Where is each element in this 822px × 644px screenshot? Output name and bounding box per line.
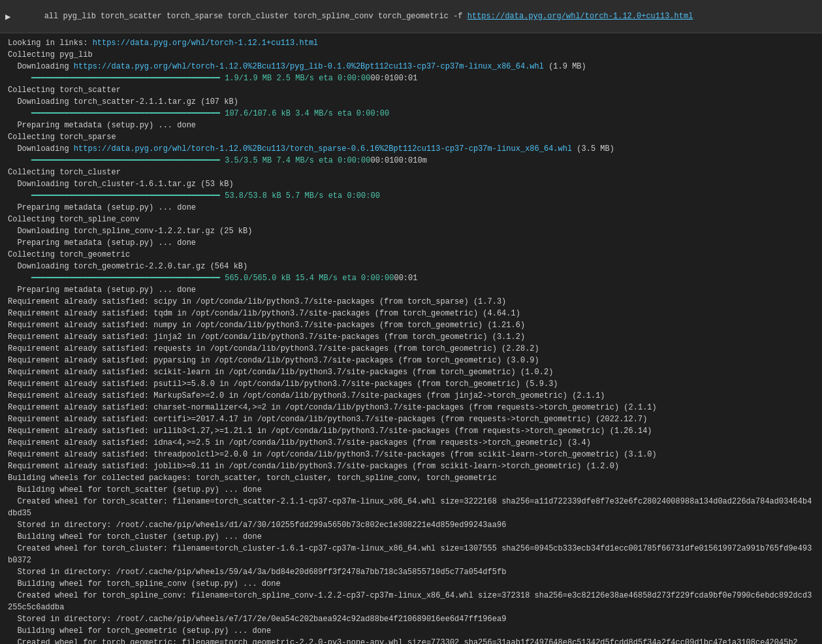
- req-sklearn: Requirement already satisfied: scikit-le…: [8, 366, 814, 378]
- line-collecting-cluster: Collecting torch_cluster: [8, 167, 814, 178]
- progress-cluster: ━━━━━━━━━━━━━━━━━━━━━━━━━━━━━━━━━━━━━━━━…: [8, 190, 814, 202]
- line-building-spline: Building wheel for torch_spline_conv (se…: [8, 578, 814, 590]
- line-collecting-pyg: Collecting pyg_lib: [8, 49, 814, 61]
- line-created-scatter: Created wheel for torch_scatter: filenam…: [8, 496, 814, 519]
- line-looking: Looking in links: https://data.pyg.org/w…: [8, 37, 814, 49]
- line-downloading-geometric: Downloading torch_geometric-2.2.0.tar.gz…: [8, 261, 814, 272]
- cmd-link[interactable]: https://data.pyg.org/whl/torch-1.12.0+cu…: [467, 12, 693, 21]
- line-collecting-sparse: Collecting torch_sparse: [8, 131, 814, 143]
- line-created-cluster: Created wheel for torch_cluster: filenam…: [8, 543, 814, 566]
- line-downloading-cluster: Downloading torch_cluster-1.6.1.tar.gz (…: [8, 178, 814, 190]
- line-stored-spline: Stored in directory: /root/.cache/pip/wh…: [8, 613, 814, 625]
- req-markupsafe: Requirement already satisfied: MarkupSaf…: [8, 390, 814, 402]
- line-created-spline: Created wheel for torch_spline_conv: fil…: [8, 590, 814, 613]
- output-area: Looking in links: https://data.pyg.org/w…: [0, 33, 822, 644]
- req-charset: Requirement already satisfied: charset-n…: [8, 402, 814, 413]
- link-looking[interactable]: https://data.pyg.org/whl/torch-1.12.1+cu…: [93, 39, 319, 48]
- line-building-geometric: Building wheel for torch_geometric (setu…: [8, 625, 814, 637]
- req-joblib: Requirement already satisfied: joblib>=0…: [8, 460, 814, 472]
- req-numpy: Requirement already satisfied: numpy in …: [8, 319, 814, 331]
- req-threadpool: Requirement already satisfied: threadpoo…: [8, 449, 814, 460]
- top-bar: ▶ all pyg_lib torch_scatter torch_sparse…: [0, 0, 822, 33]
- line-collecting-geometric: Collecting torch_geometric: [8, 249, 814, 261]
- line-building-cluster: Building wheel for torch_cluster (setup.…: [8, 531, 814, 543]
- line-downloading-scatter: Downloading torch_scatter-2.1.1.tar.gz (…: [8, 96, 814, 108]
- line-downloading-spline: Downloading torch_spline_conv-1.2.2.tar.…: [8, 225, 814, 237]
- line-meta-spline: Preparing metadata (setup.py) ... done: [8, 237, 814, 249]
- line-stored-scatter: Stored in directory: /root/.cache/pip/wh…: [8, 519, 814, 531]
- progress-pyg: ━━━━━━━━━━━━━━━━━━━━━━━━━━━━━━━━━━━━━━━━…: [8, 72, 814, 84]
- play-icon[interactable]: ▶: [5, 11, 10, 22]
- req-psutil: Requirement already satisfied: psutil>=5…: [8, 378, 814, 390]
- req-tqdm: Requirement already satisfied: tqdm in /…: [8, 308, 814, 319]
- command-line: all pyg_lib torch_scatter torch_sparse t…: [16, 3, 693, 30]
- link-pyg[interactable]: https://data.pyg.org/whl/torch-1.12.0%2B…: [74, 62, 544, 71]
- line-building-wheels: Building wheels for collected packages: …: [8, 472, 814, 484]
- line-stored-cluster: Stored in directory: /root/.cache/pip/wh…: [8, 566, 814, 578]
- req-scipy: Requirement already satisfied: scipy in …: [8, 296, 814, 308]
- line-meta-scatter: Preparing metadata (setup.py) ... done: [8, 120, 814, 131]
- line-meta-geometric: Preparing metadata (setup.py) ... done: [8, 284, 814, 296]
- req-requests: Requirement already satisfied: requests …: [8, 343, 814, 355]
- terminal-container: ▶ all pyg_lib torch_scatter torch_sparse…: [0, 0, 822, 644]
- req-pyparsing: Requirement already satisfied: pyparsing…: [8, 355, 814, 366]
- line-meta-cluster: Preparing metadata (setup.py) ... done: [8, 202, 814, 214]
- progress-sparse: ━━━━━━━━━━━━━━━━━━━━━━━━━━━━━━━━━━━━━━━━…: [8, 155, 814, 167]
- line-created-geometric: Created wheel for torch_geometric: filen…: [8, 637, 814, 644]
- line-collecting-scatter: Collecting torch_scatter: [8, 84, 814, 96]
- progress-scatter: ━━━━━━━━━━━━━━━━━━━━━━━━━━━━━━━━━━━━━━━━…: [8, 108, 814, 120]
- req-certifi: Requirement already satisfied: certifi>=…: [8, 413, 814, 425]
- link-sparse[interactable]: https://data.pyg.org/whl/torch-1.12.0%2B…: [74, 144, 572, 153]
- req-urllib3: Requirement already satisfied: urllib3<1…: [8, 425, 814, 437]
- req-jinja2: Requirement already satisfied: jinja2 in…: [8, 331, 814, 343]
- line-downloading-pyg: Downloading https://data.pyg.org/whl/tor…: [8, 61, 814, 72]
- line-collecting-spline: Collecting torch_spline_conv: [8, 214, 814, 225]
- req-idna: Requirement already satisfied: idna<4,>=…: [8, 437, 814, 449]
- cmd-text: all pyg_lib torch_scatter torch_sparse t…: [44, 12, 467, 21]
- line-downloading-sparse: Downloading https://data.pyg.org/whl/tor…: [8, 143, 814, 155]
- line-building-scatter: Building wheel for torch_scatter (setup.…: [8, 484, 814, 496]
- progress-geometric: ━━━━━━━━━━━━━━━━━━━━━━━━━━━━━━━━━━━━━━━━…: [8, 272, 814, 284]
